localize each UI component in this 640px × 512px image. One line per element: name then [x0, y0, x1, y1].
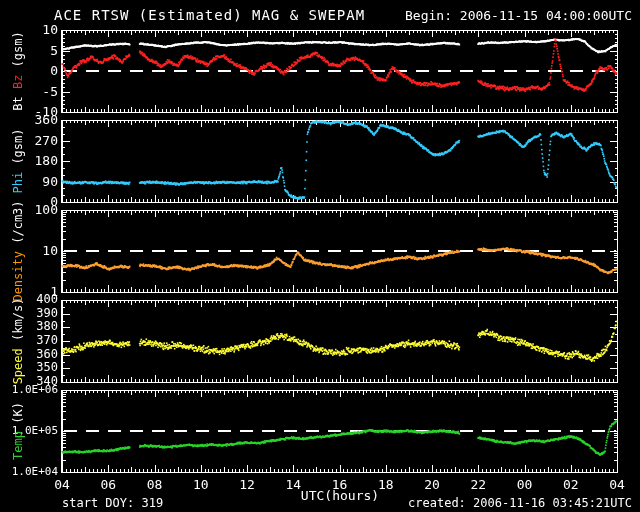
speed-ytick: 370 — [0, 334, 58, 347]
temp-axis-title: Temp (K) — [10, 351, 26, 511]
phi-ytick: 360 — [0, 113, 58, 126]
density-ytick: 100 — [0, 203, 58, 216]
mag-ytick: 0 — [0, 64, 58, 77]
mag-ytick: -5 — [0, 85, 58, 98]
begin-timestamp: Begin: 2006-11-15 04:00:00UTC — [405, 8, 632, 23]
phi-ytick: 180 — [0, 154, 58, 167]
phi-ytick: 90 — [0, 175, 58, 188]
mag-ytick: 5 — [0, 44, 58, 57]
speed-ytick: 390 — [0, 307, 58, 320]
speed-ytick: 350 — [0, 361, 58, 374]
temp-ytick: 1.0E+05 — [0, 424, 58, 437]
created-timestamp: created: 2006-11-16 03:45:21UTC — [408, 496, 632, 510]
start-doy-label: start DOY: 319 — [62, 496, 163, 510]
phi-ytick: 270 — [0, 134, 58, 147]
speed-ytick: 380 — [0, 320, 58, 333]
temp-ytick: 1.0E+06 — [0, 383, 58, 396]
speed-ytick: 400 — [0, 293, 58, 306]
mag-ytick: 10 — [0, 23, 58, 36]
ace-rtsw-plot: ACE RTSW (Estimated) MAG & SWEPAM Begin:… — [0, 0, 640, 512]
plot-canvas — [0, 0, 640, 512]
page-title: ACE RTSW (Estimated) MAG & SWEPAM — [54, 7, 365, 23]
density-ytick: 10 — [0, 244, 58, 257]
speed-ytick: 360 — [0, 348, 58, 361]
